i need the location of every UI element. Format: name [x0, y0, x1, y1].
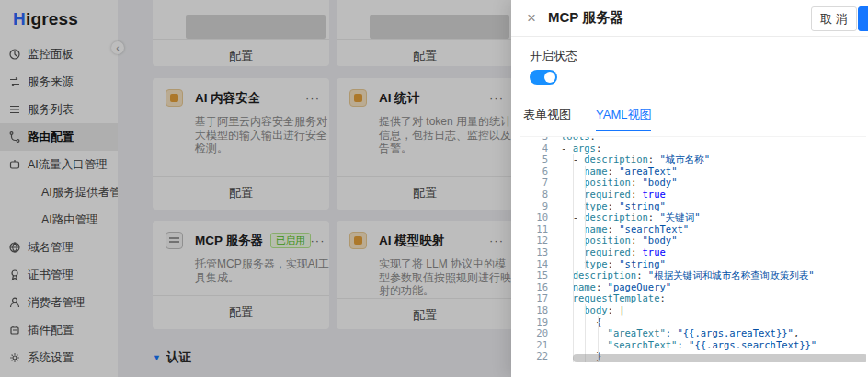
- cancel-button[interactable]: 取 消: [811, 6, 857, 31]
- status-label: 开启状态: [530, 48, 577, 64]
- drawer-mask[interactable]: [0, 0, 511, 377]
- save-button[interactable]: 保 存: [858, 6, 868, 31]
- close-icon[interactable]: ×: [527, 10, 536, 26]
- status-toggle[interactable]: [530, 70, 557, 85]
- indent-guide: [573, 154, 574, 362]
- drawer-header: × MCP 服务器 取 消 保 存: [511, 0, 868, 37]
- mcp-server-drawer: × MCP 服务器 取 消 保 存 开启状态 表单视图 YAML视图 3tool…: [511, 0, 868, 377]
- yaml-editor[interactable]: 3tools:4- args:5 - description: "城市名称"6 …: [520, 136, 866, 377]
- view-tabs: 表单视图 YAML视图: [523, 107, 651, 131]
- tab-form-view[interactable]: 表单视图: [523, 107, 571, 131]
- indent-guide: [585, 166, 586, 269]
- tab-yaml-view[interactable]: YAML视图: [596, 107, 651, 131]
- toggle-knob: [544, 72, 555, 83]
- drawer-title: MCP 服务器: [548, 9, 623, 27]
- horizontal-scrollbar[interactable]: [573, 354, 866, 362]
